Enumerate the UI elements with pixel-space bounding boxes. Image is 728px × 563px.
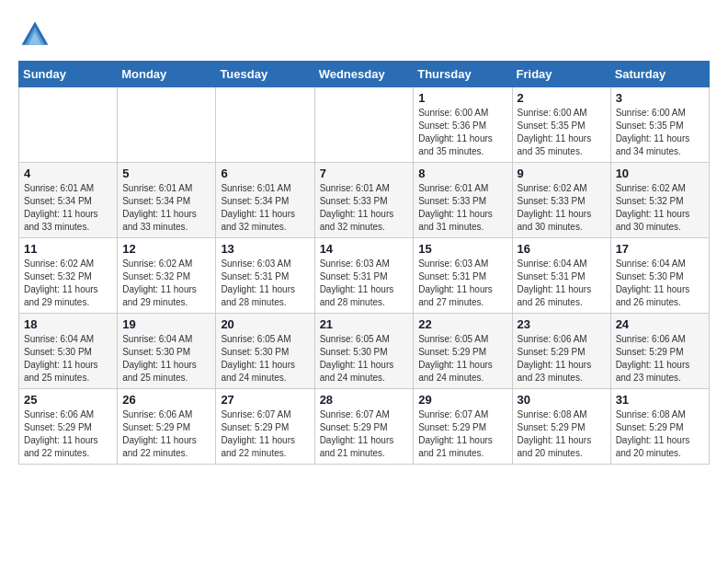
calendar-cell: 20Sunrise: 6:05 AM Sunset: 5:30 PM Dayli…	[216, 314, 314, 389]
calendar-cell: 6Sunrise: 6:01 AM Sunset: 5:34 PM Daylig…	[216, 163, 314, 238]
calendar-body: 1Sunrise: 6:00 AM Sunset: 5:36 PM Daylig…	[19, 87, 710, 465]
day-info: Sunrise: 6:01 AM Sunset: 5:34 PM Dayligh…	[122, 182, 210, 234]
calendar-week-row: 25Sunrise: 6:06 AM Sunset: 5:29 PM Dayli…	[19, 389, 710, 465]
logo-icon	[18, 18, 51, 52]
day-info: Sunrise: 6:07 AM Sunset: 5:29 PM Dayligh…	[418, 408, 506, 460]
calendar-cell: 13Sunrise: 6:03 AM Sunset: 5:31 PM Dayli…	[216, 238, 314, 314]
day-info: Sunrise: 6:04 AM Sunset: 5:31 PM Dayligh…	[518, 258, 606, 309]
day-number: 13	[221, 242, 309, 256]
calendar-cell: 8Sunrise: 6:01 AM Sunset: 5:33 PM Daylig…	[414, 163, 512, 238]
day-info: Sunrise: 6:01 AM Sunset: 5:33 PM Dayligh…	[418, 182, 506, 234]
calendar-cell: 16Sunrise: 6:04 AM Sunset: 5:31 PM Dayli…	[512, 238, 610, 314]
calendar-cell: 14Sunrise: 6:03 AM Sunset: 5:31 PM Dayli…	[314, 238, 414, 314]
calendar-cell: 11Sunrise: 6:02 AM Sunset: 5:32 PM Dayli…	[19, 238, 118, 314]
calendar-cell: 28Sunrise: 6:07 AM Sunset: 5:29 PM Dayli…	[314, 389, 414, 465]
day-number: 7	[320, 167, 409, 180]
calendar-cell: 4Sunrise: 6:01 AM Sunset: 5:34 PM Daylig…	[19, 163, 118, 238]
calendar-cell: 12Sunrise: 6:02 AM Sunset: 5:32 PM Dayli…	[118, 238, 216, 314]
day-number: 8	[418, 167, 506, 180]
day-number: 15	[418, 242, 506, 256]
calendar-cell: 29Sunrise: 6:07 AM Sunset: 5:29 PM Dayli…	[414, 389, 512, 465]
day-info: Sunrise: 6:00 AM Sunset: 5:35 PM Dayligh…	[518, 107, 606, 158]
day-info: Sunrise: 6:01 AM Sunset: 5:33 PM Dayligh…	[320, 182, 409, 234]
calendar-week-row: 11Sunrise: 6:02 AM Sunset: 5:32 PM Dayli…	[19, 238, 710, 314]
calendar-cell: 24Sunrise: 6:06 AM Sunset: 5:29 PM Dayli…	[610, 314, 709, 389]
day-number: 27	[221, 393, 309, 407]
day-number: 26	[122, 393, 210, 407]
day-number: 6	[221, 167, 309, 180]
day-info: Sunrise: 6:06 AM Sunset: 5:29 PM Dayligh…	[518, 333, 606, 385]
weekday-header: Wednesday	[314, 62, 414, 87]
calendar-cell: 17Sunrise: 6:04 AM Sunset: 5:30 PM Dayli…	[610, 238, 709, 314]
page-header	[18, 18, 710, 52]
day-number: 12	[122, 242, 210, 256]
day-info: Sunrise: 6:00 AM Sunset: 5:36 PM Dayligh…	[418, 107, 506, 158]
day-number: 5	[122, 167, 210, 180]
day-info: Sunrise: 6:06 AM Sunset: 5:29 PM Dayligh…	[24, 408, 112, 460]
calendar-cell: 25Sunrise: 6:06 AM Sunset: 5:29 PM Dayli…	[19, 389, 118, 465]
day-info: Sunrise: 6:04 AM Sunset: 5:30 PM Dayligh…	[616, 258, 704, 309]
calendar-cell: 22Sunrise: 6:05 AM Sunset: 5:29 PM Dayli…	[414, 314, 512, 389]
day-number: 11	[24, 242, 112, 256]
day-number: 9	[518, 167, 606, 180]
day-number: 24	[616, 317, 704, 331]
day-info: Sunrise: 6:01 AM Sunset: 5:34 PM Dayligh…	[221, 182, 309, 234]
calendar-cell: 31Sunrise: 6:08 AM Sunset: 5:29 PM Dayli…	[610, 389, 709, 465]
day-info: Sunrise: 6:05 AM Sunset: 5:30 PM Dayligh…	[221, 333, 309, 385]
calendar-cell: 1Sunrise: 6:00 AM Sunset: 5:36 PM Daylig…	[414, 87, 512, 163]
weekday-header: Tuesday	[216, 62, 314, 87]
day-info: Sunrise: 6:04 AM Sunset: 5:30 PM Dayligh…	[24, 333, 112, 385]
day-info: Sunrise: 6:05 AM Sunset: 5:30 PM Dayligh…	[320, 333, 409, 385]
calendar-cell	[19, 87, 118, 163]
calendar-cell: 3Sunrise: 6:00 AM Sunset: 5:35 PM Daylig…	[610, 87, 709, 163]
weekday-header: Sunday	[19, 62, 118, 87]
day-number: 29	[418, 393, 506, 407]
calendar-week-row: 18Sunrise: 6:04 AM Sunset: 5:30 PM Dayli…	[19, 314, 710, 389]
day-number: 25	[24, 393, 112, 407]
day-number: 4	[24, 167, 112, 180]
day-info: Sunrise: 6:07 AM Sunset: 5:29 PM Dayligh…	[320, 408, 409, 460]
day-info: Sunrise: 6:03 AM Sunset: 5:31 PM Dayligh…	[418, 258, 506, 309]
day-number: 19	[122, 317, 210, 331]
day-info: Sunrise: 6:08 AM Sunset: 5:29 PM Dayligh…	[616, 408, 704, 460]
day-number: 30	[518, 393, 606, 407]
day-info: Sunrise: 6:06 AM Sunset: 5:29 PM Dayligh…	[616, 333, 704, 385]
weekday-header: Saturday	[610, 62, 709, 87]
calendar-cell: 7Sunrise: 6:01 AM Sunset: 5:33 PM Daylig…	[314, 163, 414, 238]
calendar-cell: 10Sunrise: 6:02 AM Sunset: 5:32 PM Dayli…	[610, 163, 709, 238]
day-number: 2	[518, 91, 606, 105]
calendar-cell	[118, 87, 216, 163]
calendar-week-row: 1Sunrise: 6:00 AM Sunset: 5:36 PM Daylig…	[19, 87, 710, 163]
calendar-cell	[314, 87, 414, 163]
calendar-cell: 30Sunrise: 6:08 AM Sunset: 5:29 PM Dayli…	[512, 389, 610, 465]
day-info: Sunrise: 6:02 AM Sunset: 5:32 PM Dayligh…	[24, 258, 112, 309]
day-number: 1	[418, 91, 506, 105]
calendar-cell: 15Sunrise: 6:03 AM Sunset: 5:31 PM Dayli…	[414, 238, 512, 314]
calendar-cell: 9Sunrise: 6:02 AM Sunset: 5:33 PM Daylig…	[512, 163, 610, 238]
weekday-header: Thursday	[414, 62, 512, 87]
calendar-cell: 19Sunrise: 6:04 AM Sunset: 5:30 PM Dayli…	[118, 314, 216, 389]
day-info: Sunrise: 6:02 AM Sunset: 5:33 PM Dayligh…	[518, 182, 606, 234]
calendar-cell: 23Sunrise: 6:06 AM Sunset: 5:29 PM Dayli…	[512, 314, 610, 389]
calendar-cell: 2Sunrise: 6:00 AM Sunset: 5:35 PM Daylig…	[512, 87, 610, 163]
day-info: Sunrise: 6:07 AM Sunset: 5:29 PM Dayligh…	[221, 408, 309, 460]
day-number: 28	[320, 393, 409, 407]
day-info: Sunrise: 6:01 AM Sunset: 5:34 PM Dayligh…	[24, 182, 112, 234]
day-number: 10	[616, 167, 704, 180]
day-info: Sunrise: 6:00 AM Sunset: 5:35 PM Dayligh…	[616, 107, 704, 158]
day-number: 16	[518, 242, 606, 256]
day-number: 31	[616, 393, 704, 407]
day-number: 3	[616, 91, 704, 105]
day-info: Sunrise: 6:08 AM Sunset: 5:29 PM Dayligh…	[518, 408, 606, 460]
logo	[18, 18, 57, 52]
calendar-cell	[216, 87, 314, 163]
calendar-cell: 27Sunrise: 6:07 AM Sunset: 5:29 PM Dayli…	[216, 389, 314, 465]
day-number: 21	[320, 317, 409, 331]
day-number: 20	[221, 317, 309, 331]
day-info: Sunrise: 6:02 AM Sunset: 5:32 PM Dayligh…	[122, 258, 210, 309]
day-number: 22	[418, 317, 506, 331]
calendar-week-row: 4Sunrise: 6:01 AM Sunset: 5:34 PM Daylig…	[19, 163, 710, 238]
calendar-cell: 18Sunrise: 6:04 AM Sunset: 5:30 PM Dayli…	[19, 314, 118, 389]
weekday-row: SundayMondayTuesdayWednesdayThursdayFrid…	[19, 62, 710, 87]
day-number: 18	[24, 317, 112, 331]
